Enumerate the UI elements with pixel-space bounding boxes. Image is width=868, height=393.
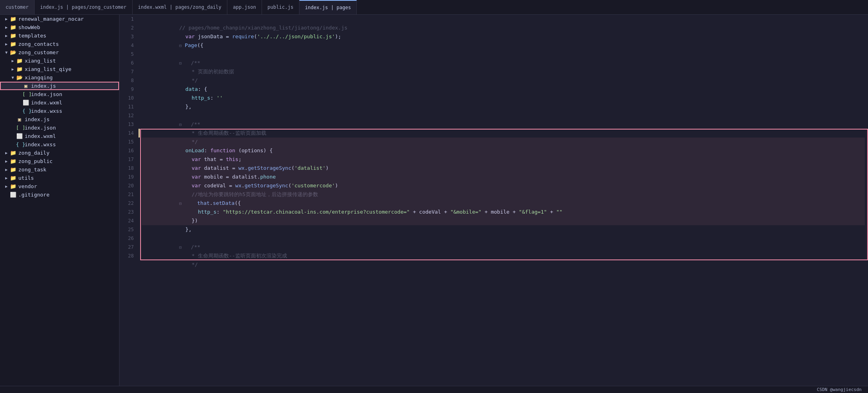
- js-file-icon: ▣: [22, 83, 29, 89]
- sidebar-item-label: index.js: [25, 116, 50, 122]
- sidebar-item-xiang-list[interactable]: ▶ 📁 xiang_list: [0, 57, 119, 65]
- code-line-22: http_s: "https://testcar.chinacoal-ins.c…: [142, 199, 865, 208]
- folder-open-icon: 📂: [16, 75, 23, 81]
- sidebar-item-xiangqing-index-json[interactable]: [ ] index.json: [0, 90, 119, 98]
- sidebar-item-label: index.wxss: [31, 108, 62, 114]
- sidebar-item-xiangqing-index-wxml[interactable]: ⬜ index.wxml: [0, 98, 119, 107]
- code-line-5: ⊟ /**: [142, 50, 865, 59]
- sidebar-item-zong-task[interactable]: ▶ 📁 zong_task: [0, 165, 119, 174]
- chevron-right-icon: ▶: [3, 167, 10, 172]
- sidebar-item-label: utils: [18, 175, 34, 181]
- sidebar-item-zong-customer-index-json[interactable]: [ ] index.json: [0, 124, 119, 132]
- status-bar-text: CSDN @wangjiecsdn: [817, 387, 862, 392]
- sidebar-item-label: xiangqing: [25, 75, 53, 81]
- tab-index-wxml-zong-daily[interactable]: index.wxml | pages/zong_daily: [133, 0, 228, 14]
- chevron-right-icon: ▶: [3, 151, 10, 155]
- sidebar-item-zong-customer-index-wxml[interactable]: ⬜ index.wxml: [0, 132, 119, 140]
- folder-icon: 📁: [10, 150, 17, 156]
- code-line-28: */: [142, 252, 865, 260]
- chevron-down-icon: ▼: [10, 75, 16, 80]
- code-line-23: }): [142, 208, 865, 216]
- tab-label: index.js | pages/zong_customer: [40, 4, 127, 10]
- sidebar-item-label: zong_task: [18, 167, 46, 173]
- sidebar[interactable]: ▶ 📁 renewal_manager_nocar ▶ 📁 showWeb ▶ …: [0, 15, 119, 386]
- sidebar-item-zong-daily[interactable]: ▶ 📁 zong_daily: [0, 149, 119, 157]
- sidebar-item-zong-customer[interactable]: ▼ 📂 zong_customer: [0, 48, 119, 57]
- code-line-14: */: [142, 129, 865, 138]
- code-line-17: var datalist = wx.getStorageSync('datali…: [142, 155, 865, 164]
- code-content: // pages/home_chanpin/xianzhong_list/jia…: [139, 15, 868, 386]
- sidebar-item-label: index.wxml: [31, 100, 62, 106]
- tab-index-js-zong-customer[interactable]: index.js | pages/zong_customer: [35, 0, 133, 14]
- folder-open-icon: 📂: [10, 49, 17, 55]
- code-line-9: http_s: '': [142, 85, 865, 94]
- sidebar-item-xiangqing-index-js[interactable]: ▣ index.js: [0, 82, 119, 90]
- code-line-16: var that = this;: [142, 146, 865, 155]
- chevron-right-icon: ▶: [3, 176, 10, 180]
- sidebar-item-renewal-manager-nocar[interactable]: ▶ 📁 renewal_manager_nocar: [0, 15, 119, 23]
- sidebar-item-label: templates: [18, 33, 46, 39]
- sidebar-item-vendor[interactable]: ▶ 📁 vendor: [0, 182, 119, 191]
- sidebar-item-label: xiang_list_qiye: [25, 66, 71, 72]
- sidebar-item-xiangqing-index-wxss[interactable]: { } index.wxss: [0, 107, 119, 115]
- sidebar-item-xiangqing[interactable]: ▼ 📂 xiangqing: [0, 73, 119, 82]
- sidebar-item-label: zong_customer: [18, 49, 59, 55]
- chevron-right-icon: ▶: [3, 159, 10, 163]
- sidebar-item-zong-public[interactable]: ▶ 📁 zong_public: [0, 157, 119, 165]
- sidebar-item-templates[interactable]: ▶ 📁 templates: [0, 31, 119, 40]
- tab-customer-label: customer: [6, 4, 29, 10]
- sidebar-item-label: zong_public: [18, 158, 53, 164]
- gitignore-file-icon: ⬜: [10, 192, 17, 198]
- chevron-right-icon: ▶: [10, 59, 16, 63]
- chevron-right-icon: ▶: [3, 17, 10, 21]
- code-line-12: ⊟ /**: [142, 111, 865, 120]
- code-line-2: var jsonData = require('../../../json/pu…: [142, 24, 865, 32]
- chevron-right-icon: ▶: [3, 184, 10, 189]
- code-line-8: data: {: [142, 76, 865, 85]
- folder-icon: 📁: [10, 16, 17, 22]
- editor[interactable]: 1 2 3 4 5 6 7 8 9 10 11 12 13 14 15 16 1: [119, 15, 868, 386]
- sidebar-item-zong-contacts[interactable]: ▶ 📁 zong_contacts: [0, 40, 119, 48]
- code-line-10: },: [142, 94, 865, 102]
- chevron-right-icon: ▶: [3, 33, 10, 38]
- code-line-6: * 页面的初始数据: [142, 59, 865, 67]
- json-file-icon: [ ]: [16, 125, 23, 131]
- folder-icon: 📁: [10, 24, 17, 30]
- yellow-gutter-indicator: [139, 129, 140, 138]
- folder-icon: 📁: [16, 66, 23, 72]
- line-numbers: 1 2 3 4 5 6 7 8 9 10 11 12 13 14 15 16 1: [119, 15, 139, 386]
- sidebar-item-label: renewal_manager_nocar: [18, 16, 84, 22]
- tab-customer[interactable]: customer: [0, 0, 35, 14]
- sidebar-item-gitignore[interactable]: ⬜ .gitignore: [0, 191, 119, 199]
- tab-label: index.wxml | pages/zong_daily: [138, 4, 222, 10]
- sidebar-item-xiang-list-qiye[interactable]: ▶ 📁 xiang_list_qiye: [0, 65, 119, 73]
- chevron-right-icon: ▶: [10, 67, 16, 71]
- js-file-icon: ▣: [16, 116, 23, 122]
- sidebar-item-showweb[interactable]: ▶ 📁 showWeb: [0, 23, 119, 31]
- code-line-19: var codeVal = wx.getStorageSync('custome…: [142, 173, 865, 181]
- tab-public-js[interactable]: public.js: [262, 0, 299, 14]
- code-line-26: ⊟ /**: [142, 234, 865, 243]
- chevron-down-icon: ▼: [3, 50, 10, 55]
- status-bar: CSDN @wangjiecsdn: [0, 386, 868, 393]
- wxml-file-icon: ⬜: [22, 100, 29, 106]
- tab-bar: customer index.js | pages/zong_customer …: [0, 0, 868, 15]
- tab-app-json[interactable]: app.json: [227, 0, 262, 14]
- sidebar-item-zong-customer-index-js[interactable]: ▣ index.js: [0, 115, 119, 124]
- code-area: 1 2 3 4 5 6 7 8 9 10 11 12 13 14 15 16 1: [119, 15, 868, 386]
- wxss-file-icon: { }: [22, 108, 29, 114]
- sidebar-item-zong-customer-index-wxss[interactable]: { } index.wxss: [0, 140, 119, 149]
- tab-index-js-pages[interactable]: index.js | pages: [299, 0, 357, 14]
- sidebar-item-label: index.wxss: [25, 141, 56, 147]
- sidebar-item-label: index.json: [31, 91, 62, 97]
- folder-icon: 📁: [16, 58, 23, 64]
- sidebar-item-label: index.json: [25, 125, 56, 131]
- chevron-right-icon: ▶: [3, 25, 10, 29]
- folder-icon: 📁: [10, 183, 17, 189]
- folder-icon: 📁: [10, 41, 17, 47]
- sidebar-item-label: showWeb: [18, 24, 40, 30]
- sidebar-item-utils[interactable]: ▶ 📁 utils: [0, 174, 119, 182]
- sidebar-item-label: zong_daily: [18, 150, 49, 156]
- code-line-20: //地址为你要跳转的h5页面地址，后边拼接传递的参数: [142, 181, 865, 190]
- code-line-13: * 生命周期函数--监听页面加载: [142, 120, 865, 129]
